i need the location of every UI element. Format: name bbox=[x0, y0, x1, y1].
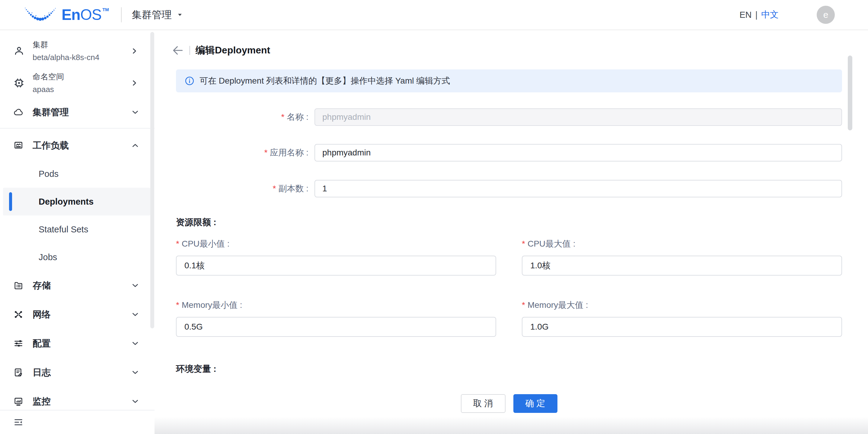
sidebar-item-config[interactable]: 配置 bbox=[0, 329, 155, 358]
language-switcher[interactable]: EN | 中文 bbox=[739, 9, 779, 21]
sidebar-subitem-label: Deployments bbox=[39, 197, 94, 207]
chevron-down-icon bbox=[131, 397, 140, 406]
sidebar-item-workloads[interactable]: 工作负载 bbox=[0, 131, 155, 160]
sidebar-item-label: 配置 bbox=[33, 337, 131, 350]
memory-max-field: *Memory最大值 : bbox=[522, 299, 842, 337]
cpu-max-field: *CPU最大值 : bbox=[522, 238, 842, 276]
main-scrollbar[interactable] bbox=[848, 56, 852, 130]
sidebar-item-jobs[interactable]: Jobs bbox=[3, 243, 150, 271]
form-row-replicas: *副本数 : bbox=[176, 180, 842, 197]
sidebar-item-label: 工作负载 bbox=[33, 140, 131, 152]
replicas-input[interactable] bbox=[314, 180, 842, 197]
back-button[interactable] bbox=[171, 44, 184, 57]
app-name-field-label: *应用名称 : bbox=[176, 147, 314, 159]
sidebar-subitem-label: Jobs bbox=[39, 252, 57, 262]
required-marker: * bbox=[522, 239, 525, 248]
menu-fold-icon[interactable] bbox=[13, 417, 24, 427]
cpu-max-input[interactable] bbox=[522, 256, 842, 276]
header-divider bbox=[121, 7, 122, 22]
chevron-up-icon bbox=[131, 141, 140, 150]
chevron-down-icon bbox=[131, 339, 140, 348]
confirm-button[interactable]: 确 定 bbox=[514, 394, 557, 413]
memory-max-label: *Memory最大值 : bbox=[522, 299, 842, 311]
sidebar-item-label: 日志 bbox=[33, 366, 131, 379]
env-vars-section-title: 环境变量 : bbox=[176, 363, 842, 375]
bottom-fade-overlay bbox=[155, 416, 868, 434]
chevron-right-icon bbox=[130, 47, 138, 55]
form-row-app-name: *应用名称 : bbox=[176, 144, 842, 161]
lang-option-en[interactable]: EN bbox=[739, 10, 751, 20]
cpu-min-field: *CPU最小值 : bbox=[176, 238, 496, 276]
namespace-value: apaas bbox=[33, 83, 130, 96]
memory-min-label: *Memory最小值 : bbox=[176, 299, 496, 311]
lang-option-zh[interactable]: 中文 bbox=[761, 9, 779, 21]
name-field-label: *名称 : bbox=[176, 111, 314, 123]
sidebar: 集群 beta/alpha-k8s-cn4 命名空间 ap bbox=[0, 30, 155, 434]
info-banner: 可在 Deployment 列表和详情的【更多】操作中选择 Yaml 编辑方式 bbox=[176, 69, 842, 92]
network-icon bbox=[13, 309, 24, 320]
cpu-min-input[interactable] bbox=[176, 256, 496, 276]
cpu-max-label: *CPU最大值 : bbox=[522, 238, 842, 250]
product-menu-dropdown[interactable]: 集群管理 bbox=[132, 8, 183, 22]
monitor-chart-icon bbox=[13, 396, 24, 406]
memory-max-input[interactable] bbox=[522, 317, 842, 337]
app-name-input[interactable] bbox=[314, 144, 842, 161]
required-marker: * bbox=[176, 239, 179, 248]
sidebar-item-pods[interactable]: Pods bbox=[3, 160, 150, 188]
resource-fields-grid: *CPU最小值 : *CPU最大值 : *Memory最小值 : *Memory… bbox=[176, 238, 842, 337]
active-indicator-bar bbox=[9, 192, 12, 211]
avatar-letter: e bbox=[823, 10, 829, 20]
sidebar-item-logs[interactable]: 日志 bbox=[0, 358, 155, 387]
sidebar-divider bbox=[0, 128, 155, 129]
replicas-field-label: *副本数 : bbox=[176, 183, 314, 195]
main-content: 编辑Deployment 可在 Deployment 列表和详情的【更多】操作中… bbox=[155, 30, 868, 434]
sliders-icon bbox=[13, 338, 24, 349]
sidebar-item-deployments[interactable]: Deployments bbox=[3, 188, 150, 216]
namespace-icon bbox=[13, 77, 25, 89]
required-marker: * bbox=[281, 112, 285, 122]
title-divider bbox=[189, 46, 190, 55]
sidebar-cluster-selector[interactable]: 集群 beta/alpha-k8s-cn4 bbox=[0, 35, 155, 67]
log-edit-icon bbox=[13, 367, 24, 378]
name-input bbox=[314, 108, 842, 126]
cluster-value: beta/alpha-k8s-cn4 bbox=[33, 51, 130, 64]
trademark-mark: TM bbox=[102, 7, 109, 12]
cpu-min-label: *CPU最小值 : bbox=[176, 238, 496, 250]
workload-monitor-icon bbox=[13, 140, 24, 151]
namespace-label: 命名空间 bbox=[33, 70, 130, 83]
page-header: 编辑Deployment bbox=[171, 42, 842, 59]
cancel-button[interactable]: 取 消 bbox=[461, 394, 505, 413]
memory-min-input[interactable] bbox=[176, 317, 496, 337]
sidebar-footer bbox=[0, 410, 155, 434]
form-actions: 取 消 确 定 bbox=[176, 394, 842, 413]
sidebar-item-label: 网络 bbox=[33, 308, 131, 321]
product-menu-label: 集群管理 bbox=[132, 8, 172, 22]
memory-min-field: *Memory最小值 : bbox=[176, 299, 496, 337]
chevron-down-icon bbox=[131, 368, 140, 377]
chevron-right-icon bbox=[130, 79, 138, 87]
page-title: 编辑Deployment bbox=[195, 44, 270, 57]
sidebar-item-storage[interactable]: 存储 bbox=[0, 271, 155, 300]
sidebar-scrollbar[interactable] bbox=[150, 32, 154, 329]
sidebar-item-label: 集群管理 bbox=[33, 106, 131, 119]
cluster-icon bbox=[13, 45, 25, 57]
chevron-down-icon bbox=[131, 281, 140, 290]
sidebar-item-stateful-sets[interactable]: Stateful Sets bbox=[3, 216, 150, 243]
sidebar-item-network[interactable]: 网络 bbox=[0, 300, 155, 329]
storage-folder-icon bbox=[13, 280, 24, 291]
info-circle-icon bbox=[184, 76, 195, 86]
required-marker: * bbox=[522, 300, 525, 310]
sidebar-subitem-label: Pods bbox=[39, 169, 59, 179]
lang-separator: | bbox=[755, 10, 757, 20]
required-marker: * bbox=[273, 184, 276, 193]
info-banner-text: 可在 Deployment 列表和详情的【更多】操作中选择 Yaml 编辑方式 bbox=[199, 75, 450, 87]
sidebar-item-cluster-management[interactable]: 集群管理 bbox=[0, 99, 155, 126]
sidebar-namespace-selector[interactable]: 命名空间 apaas bbox=[0, 67, 155, 99]
form-row-name: *名称 : bbox=[176, 108, 842, 126]
cluster-text: 集群 beta/alpha-k8s-cn4 bbox=[33, 38, 130, 64]
resource-quota-section-title: 资源限额 : bbox=[176, 216, 842, 228]
enos-logo-icon bbox=[24, 6, 57, 24]
user-avatar[interactable]: e bbox=[817, 6, 835, 24]
sidebar-item-label: 监控 bbox=[33, 395, 131, 408]
cloud-icon bbox=[13, 107, 24, 117]
